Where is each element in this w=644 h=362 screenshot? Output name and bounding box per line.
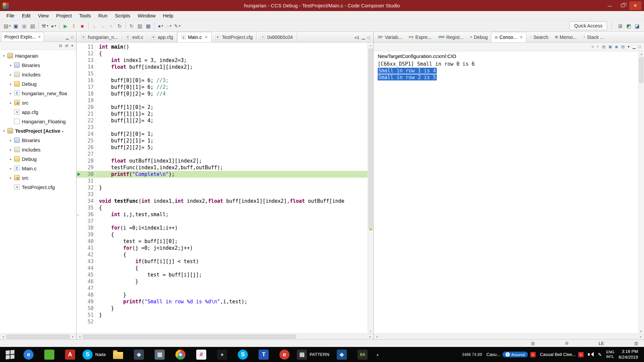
menu-run[interactable]: Run (95, 12, 111, 19)
code-editor[interactable]: 11int main()12{13 int index1 = 3, index2… (76, 43, 373, 334)
code-line[interactable]: 27 (76, 151, 373, 158)
code-line[interactable]: 41 for(j =0; j<index2;j++) (76, 245, 373, 251)
speaker-icon[interactable] (588, 352, 594, 357)
code-line[interactable]: 12{ (76, 50, 373, 57)
code-line[interactable]: 32} (76, 184, 373, 191)
gutter-marker[interactable] (76, 131, 83, 137)
search-button[interactable]: ◌▾ (165, 21, 173, 30)
view-tab-variab[interactable]: (x)=Variab... (375, 32, 405, 42)
scroll-left-icon[interactable] (77, 335, 82, 338)
gutter-marker[interactable] (76, 278, 83, 285)
console-page-icon[interactable] (531, 341, 535, 346)
step-return-button[interactable]: ↑ (107, 21, 115, 30)
tree-item-hangarain[interactable]: ▾Hangarain (0, 51, 76, 60)
gutter-marker[interactable] (76, 318, 83, 325)
editor-vscrollbar[interactable] (368, 43, 373, 334)
collapsed-arrow-icon[interactable]: ▸ (8, 157, 13, 161)
gutter-marker[interactable] (76, 137, 83, 144)
code-line[interactable]: 26 buff[2][2]= 5; (76, 144, 373, 151)
overview-warning-mark[interactable] (369, 229, 372, 230)
minimize-panel-button[interactable]: ▁ (633, 45, 635, 49)
step-into-button[interactable]: ↓ (90, 21, 99, 30)
maximize-panel-button[interactable] (71, 35, 73, 39)
restart-button[interactable]: ↻ (115, 21, 124, 30)
code-line[interactable]: 46 } (76, 278, 373, 285)
tree-item-testproject-active[interactable]: ▾TestProject [Active - (0, 126, 76, 135)
gutter-marker[interactable] (76, 124, 83, 131)
code-line[interactable]: 38 for(i =0;i<index1;i++) (76, 225, 373, 231)
code-line[interactable]: 39 { (76, 231, 373, 238)
gutter-marker[interactable] (76, 84, 83, 90)
collapsed-arrow-icon[interactable]: ▸ (8, 82, 13, 86)
collapsed-arrow-icon[interactable]: ▸ (8, 148, 13, 152)
taskbar-red-e-app[interactable]: e (274, 347, 295, 362)
pen-icon[interactable] (598, 352, 602, 357)
gutter-marker[interactable] (76, 245, 83, 251)
taskbar-vm-64[interactable]: 64 (352, 347, 373, 362)
gutter-marker[interactable] (76, 117, 83, 124)
taskbar-skype-chat[interactable]: SNada (80, 347, 108, 362)
scroll-lock-button[interactable]: ▣ (608, 45, 612, 49)
status-grid-icon[interactable] (565, 341, 569, 346)
tree-item-debug[interactable]: ▸Debug (0, 79, 76, 88)
gutter-marker[interactable] (76, 77, 83, 84)
view-tab-search[interactable]: ◌Search (526, 32, 551, 42)
titlebar[interactable]: hungarian - CCS Debug - TestProject/Main… (0, 0, 644, 11)
gutter-marker[interactable] (76, 292, 83, 298)
console-hscrollbar[interactable] (374, 334, 644, 339)
code-line[interactable]: 48 } (76, 292, 373, 298)
tree-item-app-cfg[interactable]: app.cfg (0, 107, 76, 117)
editor-tab-exit-c[interactable]: cexit.c (122, 32, 148, 42)
gutter-marker[interactable] (76, 111, 83, 117)
scroll-left-icon[interactable] (1, 335, 6, 338)
code-line[interactable]: 37 (76, 218, 373, 225)
code-line[interactable]: 44 { (76, 265, 373, 272)
link-with-editor-button[interactable]: ⇄ (65, 44, 68, 48)
taskbar-ccs-blue[interactable]: ◆ (331, 347, 352, 362)
scroll-right-icon[interactable] (368, 335, 373, 338)
gutter-marker[interactable] (76, 251, 83, 258)
print-button[interactable]: ▤ (29, 21, 37, 30)
view-tab-expre[interactable]: x+yExpre... (405, 32, 435, 42)
close-tab-icon[interactable]: × (520, 35, 523, 40)
code-line[interactable]: 50 } (76, 305, 373, 312)
gutter-marker[interactable] (76, 272, 83, 278)
quick-access-button[interactable]: Quick Access (570, 21, 607, 30)
gutter-marker[interactable] (76, 265, 83, 272)
collapsed-arrow-icon[interactable]: ▸ (8, 101, 13, 105)
code-line[interactable]: 25 buff[2][1]= 1; (76, 137, 373, 144)
open-perspective-button[interactable]: ⊞ (616, 21, 625, 30)
remove-launch-button[interactable]: × (597, 45, 599, 49)
view-menu-button[interactable]: ▾ (71, 44, 73, 48)
code-line[interactable]: 43 if(buff[i][j] < test) (76, 258, 373, 265)
menu-help[interactable]: Help (159, 12, 177, 19)
gutter-marker[interactable] (76, 204, 83, 211)
status-misc-icon[interactable] (634, 341, 638, 346)
console-view[interactable]: NewTargetConfiguration.ccxml:CIO [C66xx_… (374, 51, 644, 334)
memory-view-button[interactable]: ▦ (144, 21, 153, 30)
scroll-right-icon[interactable] (70, 335, 75, 338)
taskbar-adobe-reader[interactable]: A (60, 347, 80, 362)
gutter-marker[interactable] (76, 198, 83, 204)
maximize-panel-button[interactable]: □ (638, 45, 641, 49)
debug-launch-button[interactable]: ●▾ (49, 21, 58, 30)
gutter-marker[interactable] (76, 258, 83, 265)
save-all-button[interactable]: ▣ (20, 21, 29, 30)
gutter-marker[interactable] (76, 151, 83, 158)
ccs-edit-perspective-button[interactable]: ◩ (625, 21, 633, 30)
close-notification-icon[interactable] (530, 352, 536, 357)
registers-view-button[interactable]: ▥ (136, 21, 144, 30)
gutter-marker[interactable] (76, 238, 83, 245)
code-line[interactable]: 15 (76, 70, 373, 77)
editor-tab-app-cfg[interactable]: ∗app.cfg (147, 32, 177, 42)
gutter-marker[interactable] (76, 298, 83, 305)
build-button[interactable]: ⚒▾ (41, 21, 49, 30)
code-line[interactable]: 31 (76, 178, 373, 184)
clock[interactable]: 3:16 PM 6/24/2019 (619, 349, 638, 360)
menu-view[interactable]: View (34, 12, 52, 19)
editor-tab-main-c[interactable]: cMain.c× (177, 32, 211, 42)
tree-item-src[interactable]: ▸src (0, 173, 76, 182)
tree-item-includes[interactable]: ▸Includes (0, 70, 76, 79)
taskbar-camera-app[interactable]: ● (212, 347, 232, 362)
code-line[interactable]: 20 buff[1][0]= 2; (76, 104, 373, 111)
